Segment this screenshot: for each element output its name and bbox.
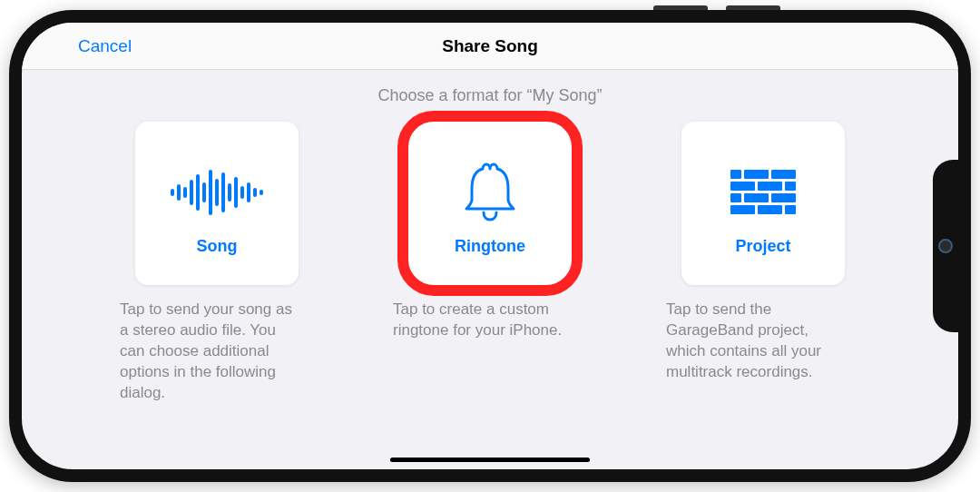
side-button	[653, 5, 708, 10]
ringtone-card[interactable]: Ringtone	[408, 122, 572, 285]
nav-bar: Cancel Share Song	[22, 23, 958, 70]
side-button	[726, 5, 780, 10]
format-options-row: Song Tap to send your song as a stereo a…	[76, 122, 904, 404]
multitrack-icon	[730, 152, 796, 233]
content-area: Choose a format for “My Song”	[22, 70, 958, 404]
waveform-icon	[171, 152, 263, 233]
notch	[933, 160, 958, 332]
option-project: Project Tap to send the GarageBand proje…	[659, 122, 867, 404]
project-description: Tap to send the GarageBand project, whic…	[659, 300, 849, 383]
ringtone-description: Tap to create a custom ringtone for your…	[386, 300, 576, 341]
bell-icon	[463, 152, 517, 233]
subtitle-text: Choose a format for “My Song”	[76, 86, 904, 105]
screen: Cancel Share Song Choose a format for “M…	[22, 23, 958, 469]
option-ringtone: Ringtone Tap to create a custom ringtone…	[386, 122, 594, 404]
song-card[interactable]: Song	[135, 122, 299, 285]
home-indicator[interactable]	[390, 458, 590, 462]
ringtone-label: Ringtone	[455, 237, 525, 256]
iphone-frame: Cancel Share Song Choose a format for “M…	[9, 10, 971, 482]
song-label: Song	[197, 237, 238, 256]
page-title: Share Song	[442, 36, 538, 56]
project-card[interactable]: Project	[681, 122, 845, 285]
option-song: Song Tap to send your song as a stereo a…	[113, 122, 321, 404]
project-label: Project	[735, 237, 790, 256]
cancel-button[interactable]: Cancel	[78, 36, 132, 56]
song-description: Tap to send your song as a stereo audio …	[113, 300, 303, 404]
